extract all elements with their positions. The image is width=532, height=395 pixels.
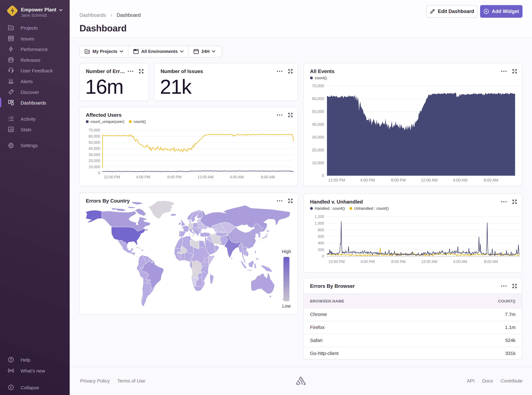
svg-text:8:00 AM: 8:00 AM [484,259,498,264]
svg-text:8:00 AM: 8:00 AM [261,175,275,179]
svg-text:800: 800 [318,228,324,232]
svg-text:400: 400 [318,241,324,245]
svg-text:1,000: 1,000 [315,221,324,225]
svg-text:50,000: 50,000 [89,140,100,145]
svg-text:70,000: 70,000 [89,128,100,132]
svg-text:30,000: 30,000 [89,153,100,157]
svg-text:12:00 AM: 12:00 AM [421,178,438,182]
svg-text:4:00 AM: 4:00 AM [453,259,467,264]
svg-text:60,000: 60,000 [89,134,100,138]
svg-text:40,000: 40,000 [89,146,100,151]
svg-text:4:00 PM: 4:00 PM [360,259,375,264]
svg-text:10,000: 10,000 [89,165,100,169]
svg-text:8:00 PM: 8:00 PM [391,178,406,182]
svg-text:0: 0 [322,173,324,178]
svg-text:8:00 AM: 8:00 AM [484,178,498,182]
svg-text:200: 200 [318,247,324,252]
svg-text:8:00 PM: 8:00 PM [391,259,405,264]
svg-text:Low: Low [282,303,291,308]
svg-text:12:00 PM: 12:00 PM [328,178,345,182]
svg-text:30,000: 30,000 [312,135,324,139]
svg-text:0: 0 [98,171,100,175]
svg-text:70,000: 70,000 [312,84,324,88]
svg-text:12:00 PM: 12:00 PM [329,259,345,264]
svg-text:4:00 AM: 4:00 AM [230,175,244,179]
svg-text:12:00 AM: 12:00 AM [197,175,213,179]
svg-text:8:00 PM: 8:00 PM [167,175,181,179]
svg-text:4:00 PM: 4:00 PM [360,178,375,182]
svg-text:4:00 AM: 4:00 AM [453,178,467,182]
svg-text:4:00 PM: 4:00 PM [136,175,150,179]
svg-text:High: High [282,249,291,254]
svg-text:60,000: 60,000 [312,96,324,101]
svg-text:40,000: 40,000 [312,122,324,126]
svg-text:20,000: 20,000 [89,159,100,163]
svg-text:1,200: 1,200 [315,214,324,219]
svg-text:12:00 PM: 12:00 PM [104,175,120,179]
svg-text:0: 0 [322,254,324,258]
svg-text:50,000: 50,000 [312,109,324,114]
svg-text:600: 600 [318,234,324,239]
svg-text:20,000: 20,000 [312,148,324,152]
svg-text:10,000: 10,000 [312,161,324,165]
svg-text:12:00 AM: 12:00 AM [421,259,437,264]
